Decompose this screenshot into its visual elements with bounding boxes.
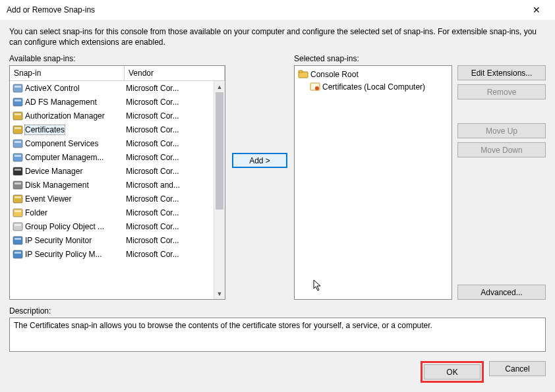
col-header-vendor[interactable]: Vendor (125, 66, 225, 80)
list-item-name: Authorization Manager (25, 111, 105, 121)
list-item[interactable]: Group Policy Object ...Microsoft Cor... (10, 219, 214, 233)
scroll-track[interactable] (214, 92, 225, 288)
svg-rect-9 (15, 141, 21, 143)
cancel-button[interactable]: Cancel (489, 361, 546, 376)
list-item[interactable]: Component ServicesMicrosoft Cor... (10, 136, 214, 150)
selected-column: Selected snap-ins: Console Root Certifi (294, 54, 452, 300)
list-item-name-cell: Disk Management (10, 180, 125, 190)
selected-tree[interactable]: Console Root Certificates (Local Compute… (294, 65, 452, 300)
folder-icon (298, 69, 308, 80)
list-item-vendor: Microsoft Cor... (125, 84, 214, 93)
adfs-icon (13, 97, 23, 107)
selected-label: Selected snap-ins: (294, 54, 452, 63)
list-item-vendor: Microsoft Cor... (125, 236, 214, 245)
svg-rect-5 (15, 113, 21, 115)
close-button[interactable]: ✕ (523, 1, 550, 19)
list-item-vendor: Microsoft Cor... (125, 111, 214, 121)
right-button-column: Edit Extensions... Remove Move Up Move D… (457, 54, 546, 300)
svg-rect-10 (13, 154, 22, 161)
ipsec-icon (13, 249, 23, 260)
list-item-vendor: Microsoft and... (125, 181, 214, 190)
list-item[interactable]: IP Security Policy M...Microsoft Cor... (10, 247, 214, 261)
disk-icon (13, 180, 23, 190)
svg-rect-2 (13, 98, 22, 106)
list-item-name-cell: Folder (10, 208, 125, 218)
ok-highlight: OK (421, 361, 484, 383)
list-item[interactable]: Device ManagerMicrosoft Cor... (10, 164, 214, 178)
move-down-button[interactable]: Move Down (457, 142, 546, 157)
list-item-name-cell: Component Services (10, 138, 125, 149)
available-list[interactable]: Snap-in Vendor ActiveX ControlMicrosoft … (9, 65, 225, 300)
ok-button[interactable]: OK (424, 364, 481, 379)
svg-rect-23 (15, 238, 21, 240)
dialog-window: Add or Remove Snap-ins ✕ You can select … (0, 0, 555, 392)
description-text: The Certificates snap-in allows you to b… (14, 321, 432, 330)
svg-rect-20 (13, 223, 22, 231)
list-item-name: Computer Managem... (25, 153, 103, 162)
advanced-button[interactable]: Advanced... (457, 285, 546, 300)
list-item-vendor: Microsoft Cor... (125, 125, 214, 134)
available-label: Available snap-ins: (9, 54, 225, 63)
svg-point-29 (315, 86, 319, 90)
list-item[interactable]: Event ViewerMicrosoft Cor... (10, 192, 214, 206)
list-item[interactable]: Computer Managem...Microsoft Cor... (10, 150, 214, 164)
description-box: The Certificates snap-in allows you to b… (9, 318, 546, 352)
window-title: Add or Remove Snap-ins (7, 5, 523, 14)
svg-rect-14 (13, 181, 22, 189)
list-item[interactable]: Disk ManagementMicrosoft and... (10, 178, 214, 192)
list-item-name: Folder (25, 208, 47, 217)
available-list-header[interactable]: Snap-in Vendor (10, 66, 225, 81)
add-button[interactable]: Add > (232, 153, 287, 168)
ipsec-icon (13, 235, 23, 246)
available-column: Available snap-ins: Snap-in Vendor Activ… (9, 54, 225, 300)
svg-rect-13 (15, 169, 21, 171)
list-item[interactable]: IP Security MonitorMicrosoft Cor... (10, 233, 214, 247)
svg-rect-6 (13, 126, 22, 134)
list-item[interactable]: AD FS ManagementMicrosoft Cor... (10, 95, 214, 109)
tree-root-label: Console Root (310, 70, 359, 79)
dialog-button-row: OK Cancel (9, 361, 546, 383)
list-item[interactable]: Authorization ManagerMicrosoft Cor... (10, 109, 214, 123)
description-section: Description: The Certificates snap-in al… (9, 306, 546, 352)
svg-rect-25 (15, 252, 21, 254)
col-header-snapin[interactable]: Snap-in (10, 66, 125, 80)
remove-button[interactable]: Remove (457, 84, 546, 99)
list-item-name-cell: AD FS Management (10, 97, 125, 107)
list-item-vendor: Microsoft Cor... (125, 167, 214, 176)
main-row: Available snap-ins: Snap-in Vendor Activ… (9, 54, 546, 300)
list-item-name-cell: Event Viewer (10, 194, 125, 204)
scroll-up-icon[interactable]: ▲ (214, 81, 225, 92)
list-item-name-cell: Authorization Manager (10, 111, 125, 121)
tree-child[interactable]: Certificates (Local Computer) (297, 80, 450, 93)
event-icon (13, 194, 23, 204)
authz-icon (13, 111, 23, 121)
list-item-vendor: Microsoft Cor... (125, 153, 214, 162)
svg-rect-12 (13, 167, 22, 175)
gpo-icon (13, 221, 23, 232)
svg-rect-17 (15, 196, 21, 198)
list-item-vendor: Microsoft Cor... (125, 139, 214, 148)
list-item-name: Certificates (25, 125, 65, 134)
list-item-vendor: Microsoft Cor... (125, 98, 214, 107)
list-item-name: IP Security Policy M... (25, 250, 102, 259)
tree-root[interactable]: Console Root (297, 68, 450, 80)
list-item-name-cell: Device Manager (10, 166, 125, 177)
scroll-thumb[interactable] (216, 92, 223, 210)
list-item[interactable]: CertificatesMicrosoft Cor... (10, 123, 214, 136)
list-item-name-cell: IP Security Monitor (10, 235, 125, 246)
activex-icon (13, 83, 23, 94)
svg-rect-19 (15, 210, 21, 212)
svg-rect-16 (13, 195, 22, 203)
svg-rect-15 (15, 182, 21, 184)
edit-extensions-button[interactable]: Edit Extensions... (457, 65, 546, 80)
scrollbar[interactable]: ▲ ▼ (214, 81, 225, 299)
svg-rect-24 (13, 250, 22, 258)
move-up-button[interactable]: Move Up (457, 123, 546, 138)
list-item-name: Disk Management (25, 181, 89, 190)
list-item[interactable]: ActiveX ControlMicrosoft Cor... (10, 81, 214, 95)
svg-rect-8 (13, 140, 22, 148)
svg-rect-22 (13, 237, 22, 244)
scroll-down-icon[interactable]: ▼ (214, 288, 225, 299)
list-item[interactable]: FolderMicrosoft Cor... (10, 206, 214, 219)
svg-rect-7 (15, 127, 21, 129)
